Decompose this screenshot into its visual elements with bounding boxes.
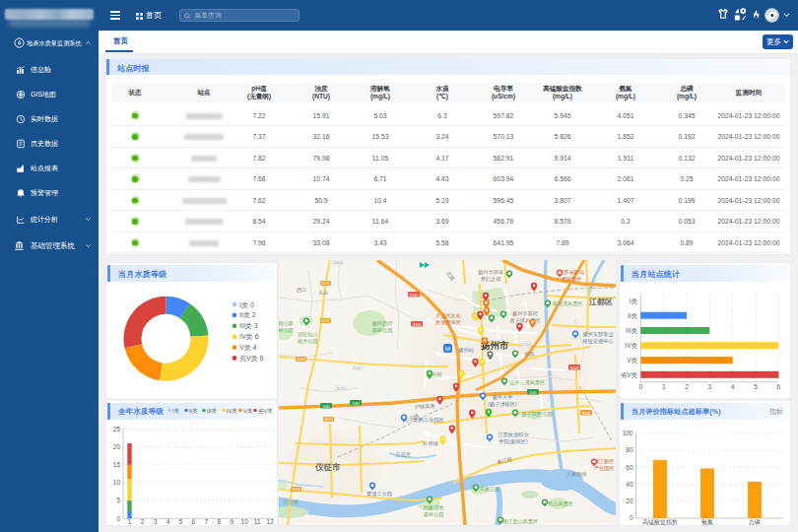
- svg-text:M: M: [445, 346, 450, 352]
- svg-text:0: 0: [116, 515, 120, 522]
- svg-text:扬州东部客运: 扬州东部客运: [582, 331, 613, 338]
- svg-text:江苏旅游职业: 江苏旅游职业: [498, 432, 529, 438]
- svg-text:仪征捺山: 仪征捺山: [298, 331, 318, 338]
- svg-text:S353: S353: [297, 358, 304, 362]
- svg-text:I类: I类: [630, 298, 638, 304]
- svg-text:III类 3: III类 3: [239, 322, 258, 329]
- svg-text:S105: S105: [321, 319, 329, 323]
- svg-text:高锰酸盐指数: 高锰酸盐指数: [642, 518, 678, 526]
- svg-text:K202: K202: [354, 366, 362, 370]
- svg-text:唐子城风景区: 唐子城风景区: [509, 317, 540, 324]
- svg-text:铜山森: 铜山森: [279, 320, 294, 326]
- svg-text:G40: G40: [353, 402, 360, 406]
- svg-text:2: 2: [685, 383, 689, 390]
- svg-text:扬州站: 扬州站: [458, 347, 474, 354]
- svg-text:III类: III类: [207, 408, 218, 414]
- svg-text:(扬子津校区): (扬子津校区): [488, 401, 517, 408]
- svg-text:I类: I类: [172, 408, 180, 414]
- svg-text:江都区: 江都区: [588, 298, 613, 306]
- svg-text:S125: S125: [324, 418, 332, 422]
- svg-text:V类 4: V类 4: [239, 344, 257, 351]
- svg-text:100: 100: [623, 430, 633, 436]
- svg-text:S356: S356: [292, 488, 299, 492]
- svg-text:扬子阔野公园: 扬子阔野公园: [521, 411, 552, 418]
- svg-text:25: 25: [113, 426, 121, 432]
- svg-text:朱庄: 朱庄: [318, 290, 328, 296]
- svg-text:60: 60: [626, 464, 633, 471]
- svg-text:S125: S125: [321, 282, 329, 286]
- svg-text:5: 5: [116, 497, 120, 503]
- svg-text:华腾工业园区: 华腾工业园区: [413, 417, 443, 424]
- svg-text:1: 1: [662, 383, 666, 390]
- svg-text:西庄: 西庄: [297, 287, 306, 293]
- svg-text:世业洲: 世业洲: [283, 499, 299, 505]
- svg-text:总磷: 总磷: [748, 519, 761, 525]
- svg-text:朴席镇: 朴席镇: [422, 440, 438, 446]
- svg-text:2: 2: [141, 518, 145, 525]
- svg-text:旅游度假区: 旅游度假区: [434, 319, 461, 326]
- svg-text:运河三湾风景区: 运河三湾风景区: [509, 379, 545, 386]
- svg-text:劣V类 6: 劣V类 6: [239, 355, 264, 363]
- svg-text:10: 10: [241, 518, 249, 525]
- svg-text:学院(新校区): 学院(新校区): [499, 438, 528, 445]
- svg-text:7: 7: [205, 518, 209, 525]
- svg-text:G345: G345: [413, 323, 422, 327]
- svg-text:枢纽交通中心: 枢纽交通中心: [582, 338, 614, 344]
- svg-text:40: 40: [626, 481, 633, 488]
- svg-text:4: 4: [731, 383, 735, 390]
- svg-text:1: 1: [128, 518, 132, 525]
- svg-text:大运河文化: 大运河文化: [435, 312, 461, 319]
- svg-text:地质公园: 地质公园: [297, 338, 318, 344]
- svg-text:扬州西郊: 扬州西郊: [372, 320, 393, 327]
- svg-text:5: 5: [179, 518, 183, 525]
- svg-text:S243: S243: [570, 366, 578, 370]
- svg-text:20: 20: [626, 498, 633, 504]
- svg-text:瓜洲古渡: 瓜洲古渡: [480, 486, 500, 493]
- svg-text:胥浦工业园: 胥浦工业园: [366, 491, 392, 498]
- svg-text:S356: S356: [582, 412, 590, 416]
- svg-text:梦幻之城: 梦幻之城: [481, 276, 501, 283]
- svg-text:0: 0: [638, 383, 642, 390]
- svg-text:20: 20: [113, 443, 121, 450]
- svg-text:森林公园: 森林公园: [424, 511, 444, 517]
- svg-text:6: 6: [777, 383, 781, 390]
- svg-text:15: 15: [113, 461, 121, 468]
- svg-text:闰扬湿地: 闰扬湿地: [424, 504, 445, 511]
- svg-text:森林公园: 森林公园: [372, 327, 393, 333]
- svg-text:10: 10: [113, 479, 121, 486]
- svg-text:G40: G40: [323, 405, 330, 409]
- svg-text:III类: III类: [626, 327, 637, 334]
- svg-text:9: 9: [230, 518, 233, 525]
- svg-text:I类 0: I类 0: [239, 301, 254, 308]
- svg-text:闸管理所: 闸管理所: [562, 276, 582, 283]
- svg-text:产业园区: 产业园区: [594, 465, 615, 471]
- svg-text:茱萸湾风景区: 茱萸湾风景区: [552, 300, 582, 307]
- svg-text:12: 12: [267, 518, 275, 525]
- svg-text:古运河: 古运河: [395, 451, 411, 458]
- svg-text:IV类: IV类: [625, 342, 637, 349]
- svg-text:林公园: 林公园: [279, 327, 294, 333]
- svg-text:IV类 6: IV类 6: [239, 333, 259, 340]
- svg-text:6: 6: [192, 518, 196, 525]
- svg-text:0: 0: [630, 514, 633, 521]
- svg-text:8: 8: [217, 518, 221, 525]
- svg-text:氨氮: 氨氮: [701, 518, 713, 525]
- svg-text:仪征市: 仪征市: [314, 462, 341, 472]
- svg-text:焦山风景区: 焦山风景区: [548, 500, 573, 506]
- svg-text:扬州大学: 扬州大学: [493, 394, 513, 401]
- svg-text:5: 5: [754, 383, 758, 390]
- svg-text:3: 3: [708, 383, 712, 390]
- svg-text:G345: G345: [410, 294, 419, 298]
- svg-text:劣V类: 劣V类: [258, 408, 273, 415]
- svg-text:II类: II类: [628, 312, 638, 319]
- svg-text:IV类: IV类: [227, 408, 237, 414]
- svg-text:X304: X304: [334, 261, 342, 265]
- svg-text:V类: V类: [627, 357, 637, 364]
- svg-text:人民险段: 人民险段: [566, 471, 587, 477]
- svg-text:劣V类: 劣V类: [621, 371, 638, 379]
- svg-text:II类 2: II类 2: [239, 311, 256, 318]
- svg-text:S125: S125: [337, 387, 345, 391]
- svg-text:G40: G40: [530, 391, 537, 395]
- svg-text:K202: K202: [522, 343, 530, 347]
- svg-text:扬州华侨城: 扬州华侨城: [478, 269, 503, 276]
